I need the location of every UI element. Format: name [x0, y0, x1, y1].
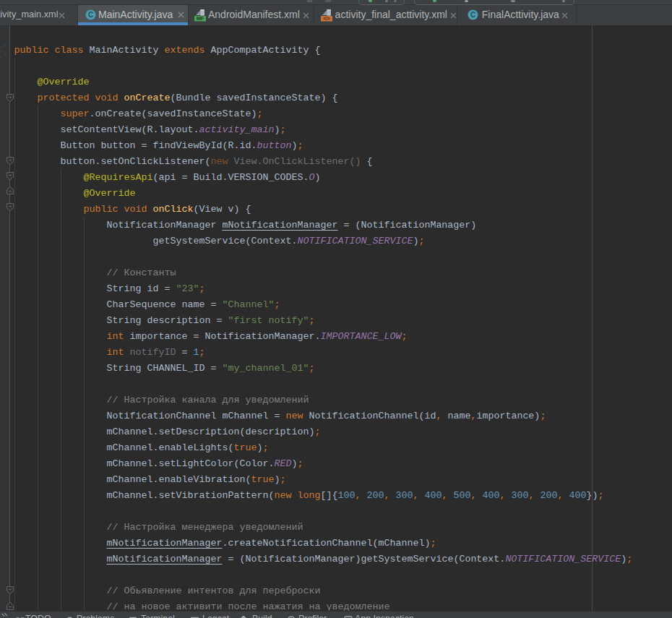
svg-text:MF: MF: [197, 16, 204, 21]
svg-text:C: C: [470, 11, 475, 19]
svg-text:C: C: [88, 11, 93, 19]
svg-text:</>: </>: [323, 16, 330, 21]
